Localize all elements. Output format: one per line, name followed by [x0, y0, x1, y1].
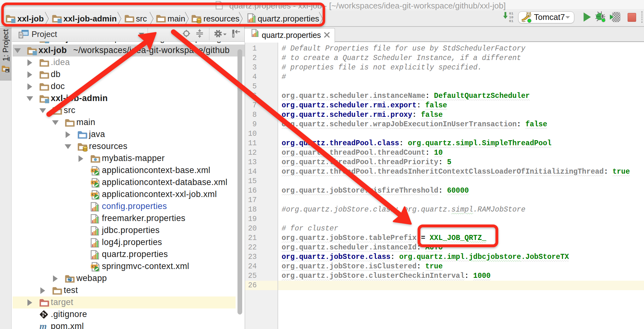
svg-text:01: 01: [509, 19, 513, 23]
svg-text:m: m: [39, 322, 47, 329]
